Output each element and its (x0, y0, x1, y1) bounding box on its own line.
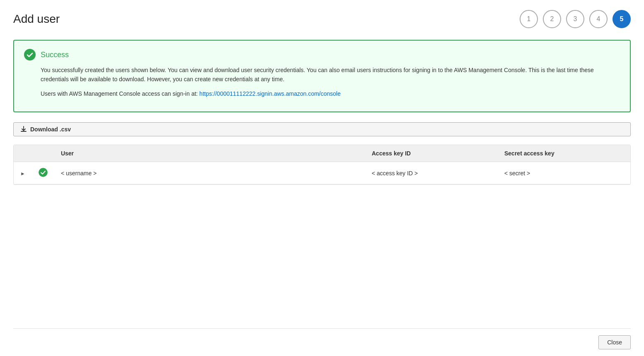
success-title: Success (41, 51, 69, 59)
status-cell (32, 162, 54, 184)
users-table: User Access key ID Secret access key ► (13, 145, 631, 185)
secret-key-cell: < secret > (498, 162, 630, 184)
svg-point-1 (39, 168, 47, 177)
console-link[interactable]: https://000011112222.signin.aws.amazon.c… (199, 90, 341, 97)
success-body-line2: Users with AWS Management Console access… (41, 89, 620, 98)
row-success-icon (39, 168, 48, 177)
step-4: 4 (589, 10, 608, 28)
footer-bar: Close (13, 328, 631, 356)
step-1: 1 (520, 10, 538, 28)
page-header: Add user 1 2 3 4 5 (13, 10, 631, 28)
expand-arrow-icon[interactable]: ► (20, 171, 25, 177)
expand-cell: ► (14, 162, 32, 184)
access-key-cell: < access key ID > (365, 162, 498, 184)
success-banner: Success You successfully created the use… (13, 40, 631, 112)
col-secret-key-header: Secret access key (498, 145, 630, 162)
col-status-header (32, 145, 54, 162)
col-access-key-header: Access key ID (365, 145, 498, 162)
table-header-row: User Access key ID Secret access key (14, 145, 630, 162)
step-2: 2 (543, 10, 561, 28)
svg-point-0 (24, 49, 35, 60)
username-cell: < username > (54, 162, 365, 184)
page-title: Add user (13, 12, 60, 26)
download-csv-button[interactable]: Download .csv (13, 122, 631, 136)
col-user-header: User (54, 145, 365, 162)
step-indicators: 1 2 3 4 5 (520, 10, 631, 28)
success-header: Success (24, 49, 620, 61)
col-expand-header (14, 145, 32, 162)
success-icon (24, 49, 36, 61)
step-3: 3 (566, 10, 584, 28)
success-body: You successfully created the users shown… (41, 65, 620, 98)
download-icon (20, 126, 27, 133)
success-body-line1: You successfully created the users shown… (41, 65, 620, 84)
close-button[interactable]: Close (598, 335, 631, 349)
table-row: ► < username > < access key ID > < secre… (14, 162, 630, 184)
step-5: 5 (613, 10, 631, 28)
